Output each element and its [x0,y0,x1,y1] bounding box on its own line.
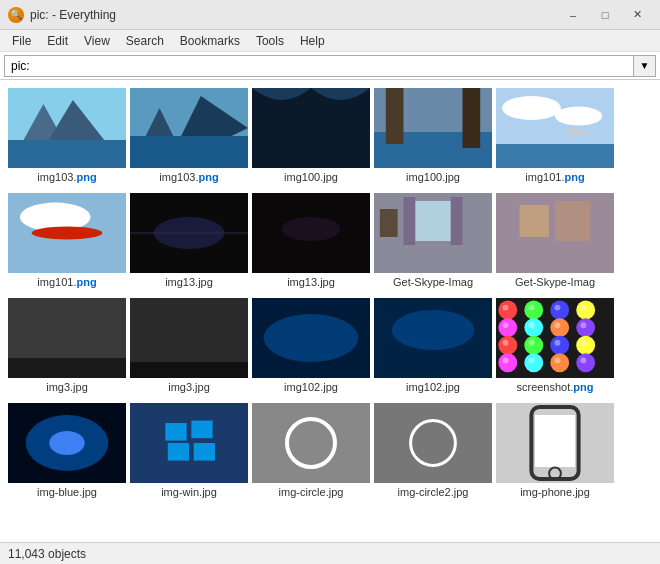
list-item[interactable]: img-circle2.jpg [374,403,492,498]
svg-point-95 [580,322,586,328]
maximize-button[interactable]: □ [590,5,620,25]
svg-rect-117 [191,421,212,439]
list-item[interactable]: img3.jpg [130,298,248,393]
svg-rect-33 [520,205,550,237]
list-item[interactable]: Get-Skype-Imag [496,193,614,288]
svg-rect-3 [8,140,126,168]
svg-point-96 [498,336,517,355]
menu-view[interactable]: View [76,32,118,50]
menu-help[interactable]: Help [292,32,333,50]
menu-bookmarks[interactable]: Bookmarks [172,32,248,50]
svg-point-107 [528,357,534,363]
menu-tools[interactable]: Tools [248,32,292,50]
search-dropdown-button[interactable]: ▼ [634,55,656,77]
minimize-button[interactable]: – [558,5,588,25]
svg-rect-119 [194,443,215,461]
list-item[interactable]: img-phone.jpg [496,403,614,498]
thumbnail-image [496,298,614,378]
menu-search[interactable]: Search [118,32,172,50]
thumbnail-label: img13.jpg [287,276,335,288]
svg-point-104 [498,353,517,372]
svg-point-103 [580,340,586,346]
thumbnail-label: img3.jpg [168,381,210,393]
thumbnail-label: img103.png [159,171,218,183]
svg-rect-118 [168,443,189,461]
thumbnail-image [496,403,614,483]
svg-point-100 [550,336,569,355]
list-item[interactable]: img103.png [8,88,126,183]
svg-point-89 [502,322,508,328]
svg-point-92 [550,318,569,337]
svg-rect-30 [451,197,463,245]
list-item[interactable]: img100.jpg [374,88,492,183]
svg-point-101 [554,340,560,346]
thumbnail-label: img-blue.jpg [37,486,97,498]
thumbnail-label: Get-Skype-Imag [393,276,473,288]
svg-point-16 [555,106,602,125]
svg-point-83 [528,305,534,311]
svg-point-110 [576,353,595,372]
list-item[interactable]: Get-Skype-Imag [374,193,492,288]
svg-point-62 [392,310,475,350]
svg-point-15 [502,96,561,120]
thumbnail-image [374,88,492,168]
svg-point-84 [550,301,569,320]
status-bar: 11,043 objects [0,542,660,564]
thumbnail-label: img-circle.jpg [279,486,344,498]
svg-rect-122 [374,403,492,483]
menu-edit[interactable]: Edit [39,32,76,50]
svg-rect-120 [252,403,370,483]
svg-point-87 [580,305,586,311]
search-input[interactable] [4,55,634,77]
list-item[interactable]: screenshot.png [496,298,614,393]
list-item[interactable]: img-circle.jpg [252,403,370,498]
svg-point-99 [528,340,534,346]
menu-file[interactable]: File [4,32,39,50]
thumbnail-image [130,403,248,483]
thumbnail-image [252,298,370,378]
svg-rect-31 [380,209,398,237]
list-item[interactable]: img-blue.jpg [8,403,126,498]
svg-point-82 [524,301,543,320]
list-item[interactable]: img-win.jpg [130,403,248,498]
list-item[interactable]: img101.png [496,88,614,183]
svg-rect-47 [130,362,248,378]
thumbnail-label: screenshot.png [516,381,593,393]
list-item[interactable]: img102.jpg [374,298,492,393]
thumbnail-image [374,193,492,273]
svg-point-109 [554,357,560,363]
svg-rect-29 [404,197,416,245]
svg-point-81 [502,305,508,311]
svg-rect-116 [165,423,186,441]
svg-point-111 [580,357,586,363]
svg-point-108 [550,353,569,372]
svg-point-55 [264,314,358,362]
list-item[interactable]: img102.jpg [252,298,370,393]
svg-point-86 [576,301,595,320]
thumbnail-label: img102.jpg [284,381,338,393]
svg-rect-17 [496,144,614,168]
close-button[interactable]: ✕ [622,5,652,25]
menu-bar: File Edit View Search Bookmarks Tools He… [0,30,660,52]
thumbnail-image [374,403,492,483]
thumbnail-image [8,403,126,483]
svg-point-91 [528,322,534,328]
svg-point-98 [524,336,543,355]
search-bar: ▼ [0,52,660,80]
thumbnail-grid: img103.pngimg103.pngimg100.jpgimg100.jpg… [0,80,660,542]
svg-rect-12 [386,88,404,144]
thumbnail-label: Get-Skype-Imag [515,276,595,288]
thumbnail-label: img3.jpg [46,381,88,393]
object-count: 11,043 objects [8,547,86,561]
thumbnail-label: img-win.jpg [161,486,217,498]
svg-point-90 [524,318,543,337]
list-item[interactable]: img13.jpg [252,193,370,288]
svg-point-80 [498,301,517,320]
svg-point-94 [576,318,595,337]
list-item[interactable]: img3.jpg [8,298,126,393]
list-item[interactable]: img103.png [130,88,248,183]
list-item[interactable]: img101.png [8,193,126,288]
thumbnail-image [130,88,248,168]
list-item[interactable]: img100.jpg [252,88,370,183]
list-item[interactable]: img13.jpg [130,193,248,288]
